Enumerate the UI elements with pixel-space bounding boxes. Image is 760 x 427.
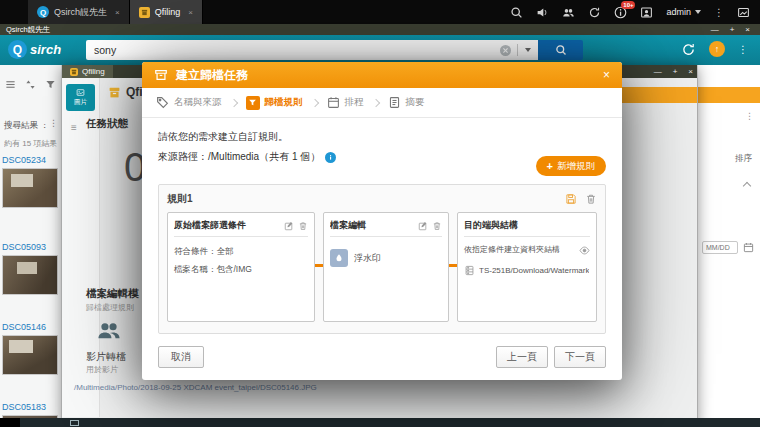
users-icon[interactable] <box>562 6 575 19</box>
trash-icon[interactable] <box>298 221 308 231</box>
edit-icon[interactable] <box>284 221 294 231</box>
previous-button[interactable]: 上一頁 <box>496 346 548 368</box>
result-link[interactable]: DSC05234 <box>2 155 60 165</box>
desktop: Q Qsirch靚先生 × Qfiling × <box>0 0 760 427</box>
transcode-subtext: 用於影片 <box>86 364 118 375</box>
result-thumbnail[interactable] <box>2 335 58 375</box>
menu-icon[interactable]: ≡ <box>71 122 77 133</box>
user-menu[interactable]: admin <box>666 7 701 17</box>
destination-structure-row: 依指定條件建立資料夾結構 <box>464 245 590 256</box>
save-icon[interactable] <box>565 193 577 205</box>
result-thumbnail[interactable] <box>2 168 58 208</box>
step-archive-rules[interactable]: 歸檔規則 <box>246 96 303 110</box>
more-icon[interactable]: ⋮ <box>738 44 748 55</box>
wizard-steps: 名稱與來源 歸檔規則 排程 摘要 <box>142 88 622 118</box>
upload-badge-icon[interactable]: ↑ <box>709 41 725 57</box>
step-summary[interactable]: 摘要 <box>388 96 425 109</box>
result-thumbnail[interactable] <box>2 255 58 295</box>
dialog-close-button[interactable]: × <box>603 69 610 81</box>
task-status-heading: 任務狀態 <box>86 117 128 131</box>
filter-icon[interactable] <box>45 79 56 90</box>
step-name-source[interactable]: 名稱與來源 <box>156 96 222 109</box>
notification-icon[interactable]: 10+ <box>614 6 627 19</box>
more-icon[interactable]: ⋮ <box>714 7 724 18</box>
qsirch-logo-icon: Q <box>37 6 49 18</box>
info-icon[interactable] <box>325 152 336 163</box>
minimize-button[interactable]: — <box>654 67 662 76</box>
results-label: 搜尋結果 ： <box>4 120 49 132</box>
more-icon[interactable]: ⋮ <box>745 111 754 121</box>
list-icon[interactable] <box>5 79 16 90</box>
search-icon[interactable] <box>510 6 523 19</box>
results-count: 約有 15 項結果 <box>4 138 61 149</box>
maximize-button[interactable]: + <box>730 25 735 34</box>
background-task-icon[interactable] <box>588 6 601 19</box>
category-images-label: 圖片 <box>74 98 87 107</box>
category-images-tile[interactable]: 圖片 <box>66 84 95 111</box>
next-button[interactable]: 下一頁 <box>554 346 606 368</box>
taskbar: Q Qsirch靚先生 × Qfiling × <box>0 0 760 24</box>
source-path-text: 來源路徑：/Multimedia（共有 1 個） <box>158 150 320 164</box>
tab-close-icon[interactable]: × <box>188 8 193 17</box>
qsirch-logo: Q sirch <box>8 40 61 59</box>
clear-icon[interactable] <box>500 45 511 56</box>
trash-icon[interactable] <box>432 221 442 231</box>
plus-icon: + <box>547 161 553 172</box>
panel-destination: 目的端與結構 依指定條件建立資料夾結構 TS-251 <box>457 212 597 322</box>
destination-path-text: TS-251B/Download/Watermark <box>479 266 589 275</box>
qfiling-window-tab[interactable]: Qfiling <box>62 65 113 78</box>
speaker-icon[interactable] <box>536 6 549 19</box>
qfiling-app-icon <box>108 86 121 99</box>
taskbar-tab-qsirch[interactable]: Q Qsirch靚先生 × <box>28 0 130 24</box>
qfiling-logo-icon <box>139 7 150 18</box>
close-button[interactable]: × <box>745 25 750 34</box>
step-label: 名稱與來源 <box>174 96 222 109</box>
search-result: DSC05146 <box>2 322 60 375</box>
taskbar-tab-qsirch-label: Qsirch靚先生 <box>54 6 107 19</box>
watermark-icon <box>330 249 348 267</box>
calendar-icon[interactable] <box>743 242 754 253</box>
user-frame-icon[interactable] <box>640 6 653 19</box>
tag-icon <box>156 96 169 109</box>
close-button[interactable]: × <box>688 67 693 76</box>
more-icon[interactable]: ⋮ <box>49 118 58 128</box>
filter-filename-line: 檔案名稱：包含/IMG <box>174 264 308 276</box>
people-icon <box>96 317 122 343</box>
search-dropdown-caret-icon[interactable] <box>525 48 531 52</box>
tab-close-icon[interactable]: × <box>115 8 120 17</box>
maximize-button[interactable]: + <box>673 67 678 76</box>
qsirch-filter-panel: ⋮ 排序 <box>697 65 760 418</box>
search-button[interactable] <box>538 40 583 60</box>
refresh-icon[interactable] <box>681 42 696 57</box>
add-rule-button[interactable]: + 新增規則 <box>536 156 606 176</box>
chevron-down-icon <box>695 10 701 14</box>
result-link[interactable]: DSC05183 <box>2 402 60 412</box>
taskbar-tab-qfiling[interactable]: Qfiling × <box>130 0 203 24</box>
panel-file-edit: 檔案編輯 浮水印 <box>323 212 449 322</box>
funnel-icon <box>246 96 260 110</box>
result-link[interactable]: DSC05093 <box>2 242 60 252</box>
cancel-button[interactable]: 取消 <box>158 346 204 368</box>
qsirch-header-icons: ↑ ⋮ <box>681 41 748 57</box>
bottom-strip <box>0 418 760 427</box>
orange-bar-fragment <box>698 87 760 103</box>
dialog-title: 建立歸檔任務 <box>176 67 248 84</box>
step-schedule[interactable]: 排程 <box>327 96 364 109</box>
watermark-row: 浮水印 <box>330 249 442 267</box>
sort-icon[interactable] <box>25 79 36 90</box>
step-label: 排程 <box>345 96 364 109</box>
result-link[interactable]: DSC05146 <box>2 322 60 332</box>
date-input[interactable] <box>702 241 738 254</box>
eye-icon[interactable] <box>579 245 590 256</box>
search-result: DSC05093 <box>2 242 60 295</box>
transcode-label[interactable]: 影片轉檔 <box>86 350 126 364</box>
search-input[interactable] <box>86 44 500 56</box>
chevron-up-icon[interactable] <box>743 182 751 190</box>
qfiling-window-tab-label: Qfiling <box>82 67 105 76</box>
minimize-button[interactable]: — <box>711 25 719 34</box>
taskbar-tab-qfiling-label: Qfiling <box>155 7 181 17</box>
trash-icon[interactable] <box>585 193 597 205</box>
bottom-left-block <box>0 418 20 427</box>
edit-icon[interactable] <box>418 221 428 231</box>
wallpaper-icon[interactable] <box>737 6 750 19</box>
